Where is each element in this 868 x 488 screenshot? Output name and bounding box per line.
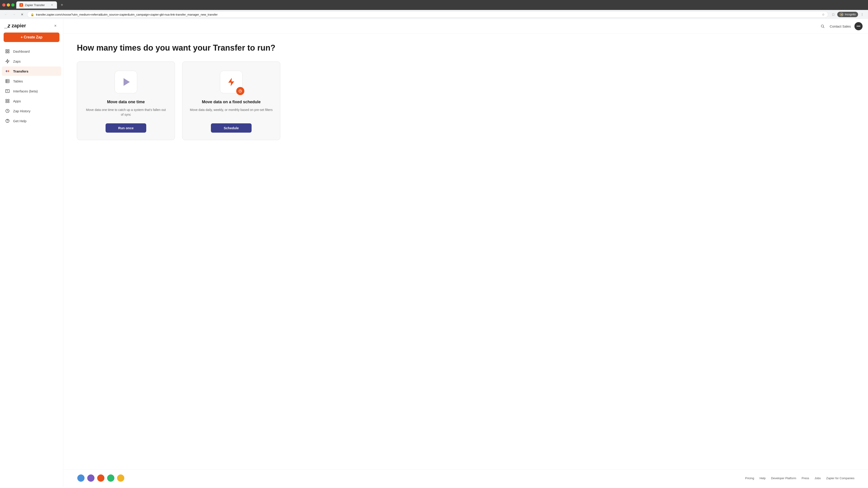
sidebar-item-get-help-label: Get Help (13, 119, 26, 123)
cards-container: Move data one time Move data one time to… (77, 61, 280, 140)
incognito-badge: 🕵 Incognito (837, 12, 858, 17)
svg-marker-4 (6, 59, 9, 63)
sidebar-item-transfers-label: Transfers (13, 69, 29, 73)
footer-link-zapier-for-companies[interactable]: Zapier for Companies (826, 477, 855, 480)
svg-marker-22 (228, 78, 234, 86)
reload-button[interactable]: ✕ (19, 11, 25, 18)
sidebar-item-apps[interactable]: Apps (2, 96, 61, 106)
nav-items: Dashboard Zaps (0, 46, 63, 126)
app-container: _z zapier × + Create Zap Dashboard (0, 19, 868, 487)
footer-avatar-2 (87, 474, 95, 482)
svg-rect-3 (8, 52, 9, 53)
sidebar-top: _z zapier × (0, 23, 63, 33)
sidebar: _z zapier × + Create Zap Dashboard (0, 19, 63, 487)
sidebar-item-tables[interactable]: Tables (2, 76, 61, 86)
svg-marker-21 (124, 78, 130, 86)
incognito-icon: 🕵 (839, 12, 844, 17)
run-once-button[interactable]: Run once (105, 123, 146, 133)
sidebar-close-button[interactable]: × (52, 23, 59, 29)
address-bar: ← → ✕ 🔒 transfer.zapier.com/choose?utm_m… (0, 10, 868, 19)
zapier-logo: _z zapier (4, 23, 26, 29)
footer-link-pricing[interactable]: Pricing (745, 477, 754, 480)
footer-avatar-5 (117, 474, 125, 482)
svg-rect-12 (6, 99, 7, 101)
title-bar: Z Zapier Transfer × + (0, 0, 868, 10)
lightning-icon (226, 77, 236, 87)
browser-chrome: Z Zapier Transfer × + ← → ✕ 🔒 transfer.z… (0, 0, 868, 19)
window-maximize-button[interactable] (11, 3, 14, 6)
svg-rect-2 (6, 52, 7, 53)
sidebar-item-tables-label: Tables (13, 79, 23, 83)
contact-sales-link[interactable]: Contact Sales (830, 24, 851, 28)
apps-icon (5, 98, 10, 103)
window-controls (2, 3, 14, 6)
svg-rect-13 (8, 99, 9, 101)
schedule-button[interactable]: Schedule (211, 123, 252, 133)
get-help-icon (5, 119, 10, 123)
sidebar-item-dashboard[interactable]: Dashboard (2, 46, 61, 56)
logo-text: zapier (11, 23, 26, 29)
svg-rect-1 (8, 50, 9, 51)
play-icon (120, 76, 132, 88)
svg-rect-15 (8, 101, 9, 103)
sidebar-item-transfers[interactable]: Transfers (2, 66, 61, 76)
dashboard-icon (5, 49, 10, 54)
run-once-card[interactable]: Move data one time Move data one time to… (77, 61, 175, 140)
window-minimize-button[interactable] (7, 3, 10, 6)
interfaces-icon (5, 89, 10, 94)
sidebar-item-zap-history[interactable]: Zap History (2, 106, 61, 116)
page-content: How many times do you want your Transfer… (63, 34, 868, 469)
main-content: Contact Sales ••• How many times do you … (63, 19, 868, 487)
sidebar-item-get-help[interactable]: Get Help (2, 116, 61, 126)
extensions-button[interactable]: □ (830, 11, 836, 18)
lock-icon: 🔒 (31, 13, 34, 16)
create-zap-button[interactable]: + Create Zap (4, 33, 59, 42)
footer-avatar-1 (77, 474, 85, 482)
footer-link-press[interactable]: Press (802, 477, 809, 480)
sidebar-item-zaps[interactable]: Zaps (2, 57, 61, 66)
footer-links: Pricing Help Developer Platform Press Jo… (745, 477, 855, 480)
transfers-icon (5, 69, 10, 74)
window-close-button[interactable] (2, 3, 5, 6)
browser-menu-button[interactable]: ⋮ (859, 11, 865, 18)
url-bar[interactable]: 🔒 transfer.zapier.com/choose?utm_medium=… (27, 11, 828, 18)
sidebar-item-interfaces[interactable]: Interfaces (beta) (2, 86, 61, 96)
tabs-bar: Z Zapier Transfer × + (16, 1, 866, 8)
sidebar-item-zaps-label: Zaps (13, 59, 21, 63)
schedule-badge (236, 87, 244, 95)
zaps-icon (5, 59, 10, 64)
schedule-card-description: Move data daily, weekly, or monthly base… (190, 107, 273, 117)
svg-rect-0 (6, 50, 7, 51)
new-tab-button[interactable]: + (59, 2, 65, 8)
svg-line-20 (823, 27, 824, 28)
run-once-icon-box (115, 71, 137, 93)
browser-actions: □ 🕵 Incognito ⋮ (830, 11, 865, 18)
footer-avatars (77, 474, 125, 482)
sidebar-item-dashboard-label: Dashboard (13, 50, 30, 53)
schedule-icon-container (220, 71, 243, 93)
search-button[interactable] (819, 23, 826, 30)
zap-history-icon (5, 108, 10, 113)
page-title: How many times do you want your Transfer… (77, 43, 275, 53)
tab-close-button[interactable]: × (50, 3, 54, 7)
footer-link-help[interactable]: Help (760, 477, 766, 480)
tables-icon (5, 78, 10, 84)
footer-avatar-4 (107, 474, 115, 482)
schedule-card-title: Move data on a fixed schedule (202, 100, 260, 104)
footer-avatar-3 (97, 474, 105, 482)
back-button[interactable]: ← (3, 11, 9, 18)
url-text: transfer.zapier.com/choose?utm_medium=re… (36, 13, 820, 16)
footer-link-developer-platform[interactable]: Developer Platform (771, 477, 796, 480)
svg-point-19 (821, 25, 824, 27)
schedule-card[interactable]: Move data on a fixed schedule Move data … (182, 61, 280, 140)
footer-link-jobs[interactable]: Jobs (815, 477, 821, 480)
incognito-label: Incognito (845, 13, 856, 16)
footer: Pricing Help Developer Platform Press Jo… (63, 469, 868, 487)
run-once-card-description: Move data one time to catch up a system … (84, 107, 167, 117)
forward-button[interactable]: → (11, 11, 17, 18)
active-tab[interactable]: Z Zapier Transfer × (16, 1, 57, 8)
sidebar-item-interfaces-label: Interfaces (beta) (13, 89, 38, 93)
bookmark-icon[interactable]: ☆ (822, 13, 825, 16)
svg-rect-5 (6, 79, 9, 83)
user-menu-button[interactable]: ••• (855, 22, 863, 30)
